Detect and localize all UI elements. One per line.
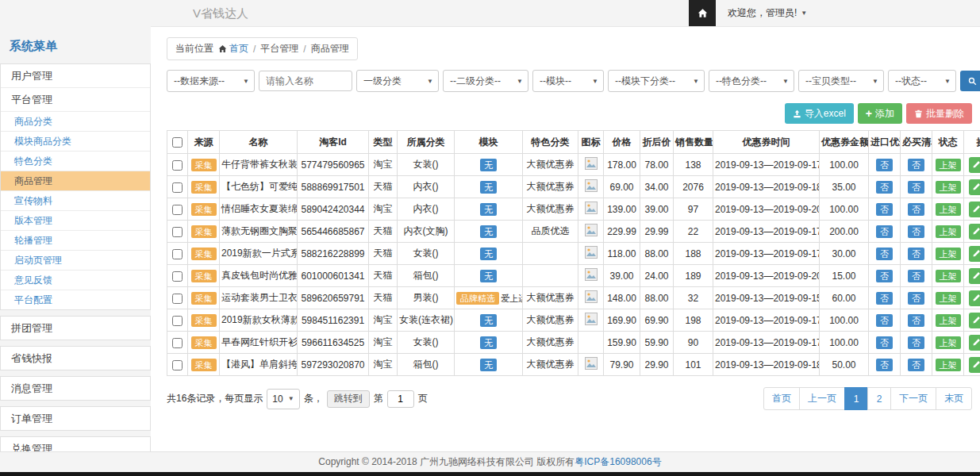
row-checkbox[interactable] xyxy=(172,249,183,259)
must-buy-badge[interactable]: 否 xyxy=(908,336,924,349)
edit-button[interactable] xyxy=(969,157,980,173)
status-badge[interactable]: 上架 xyxy=(936,336,961,349)
module-cell: 无 xyxy=(455,243,523,265)
edit-button[interactable] xyxy=(969,313,980,328)
page-button[interactable]: 上一页 xyxy=(799,387,845,410)
feature-category: 大额优惠券 xyxy=(523,154,578,176)
icp-link[interactable]: 粤ICP备16098006号 xyxy=(575,456,661,467)
add-button[interactable]: + 添加 xyxy=(858,103,902,124)
page-button[interactable]: 2 xyxy=(867,387,891,410)
page-button[interactable]: 1 xyxy=(844,387,868,410)
filter-select[interactable]: --宝贝类型--▼ xyxy=(798,70,884,92)
select-all-checkbox[interactable] xyxy=(172,137,183,148)
filter-select[interactable]: --数据来源--▼ xyxy=(167,70,255,92)
must-buy-badge[interactable]: 否 xyxy=(908,314,924,327)
row-checkbox[interactable] xyxy=(172,160,183,171)
image-icon xyxy=(585,246,598,259)
status-badge[interactable]: 上架 xyxy=(936,292,961,305)
filter-select[interactable]: --二级分类--▼ xyxy=(443,70,528,92)
filter-select[interactable]: --模块--▼ xyxy=(532,70,604,92)
user-menu[interactable]: 欢迎您，管理员! ▼ xyxy=(716,0,819,26)
sidebar-item[interactable]: 特色分类 xyxy=(1,151,150,171)
edit-button[interactable] xyxy=(969,246,980,262)
status-badge[interactable]: 上架 xyxy=(936,248,961,260)
status-badge[interactable]: 上架 xyxy=(936,203,961,216)
sidebar-item[interactable]: 版本管理 xyxy=(1,210,150,230)
row-checkbox[interactable] xyxy=(172,338,183,348)
must-buy-badge[interactable]: 否 xyxy=(908,270,924,282)
import-select-badge[interactable]: 否 xyxy=(876,270,893,282)
sidebar-item[interactable]: 用户管理 xyxy=(1,64,150,87)
sidebar-item[interactable]: 消息管理 xyxy=(1,377,150,400)
import-select-badge[interactable]: 否 xyxy=(876,159,893,171)
import-select-badge[interactable]: 否 xyxy=(876,336,893,349)
import-select-badge[interactable]: 否 xyxy=(876,359,893,371)
sidebar-item[interactable]: 平台管理 xyxy=(1,87,150,111)
status-badge[interactable]: 上架 xyxy=(936,225,961,238)
sidebar-item[interactable]: 订单管理 xyxy=(1,407,150,430)
edit-button[interactable] xyxy=(969,290,980,306)
row-checkbox[interactable] xyxy=(172,205,183,215)
status-badge[interactable]: 上架 xyxy=(936,359,961,371)
filter-select[interactable]: --状态--▼ xyxy=(888,70,956,92)
sidebar-item[interactable]: 意见反馈 xyxy=(1,270,150,290)
edit-button[interactable] xyxy=(969,224,980,240)
must-buy-badge[interactable]: 否 xyxy=(908,359,924,371)
sidebar-item[interactable]: 省钱快报 xyxy=(1,347,150,370)
sidebar-item[interactable]: 兑换管理 xyxy=(1,437,150,452)
product-type: 天猫 xyxy=(369,221,398,243)
edit-button[interactable] xyxy=(969,357,980,373)
sidebar-item[interactable]: 商品分类 xyxy=(1,111,150,131)
jump-button[interactable]: 跳转到 xyxy=(327,390,370,408)
import-excel-button[interactable]: 导入excel xyxy=(785,103,854,124)
page-button[interactable]: 末页 xyxy=(936,387,972,410)
edit-button[interactable] xyxy=(969,202,980,217)
import-select-badge[interactable]: 否 xyxy=(876,314,893,327)
sidebar-item[interactable]: 启动页管理 xyxy=(1,250,150,270)
sidebar-item[interactable]: 模块商品分类 xyxy=(1,131,150,151)
status-badge[interactable]: 上架 xyxy=(936,181,961,194)
must-buy-badge[interactable]: 否 xyxy=(908,203,924,216)
sidebar-item[interactable]: 平台配置 xyxy=(1,290,150,309)
edit-button[interactable] xyxy=(969,335,980,351)
filter-select[interactable]: 一级分类▼ xyxy=(356,70,439,92)
home-button[interactable] xyxy=(689,0,716,26)
edit-button[interactable] xyxy=(969,179,980,195)
status-badge[interactable]: 上架 xyxy=(936,270,961,282)
search-button[interactable]: 查询 xyxy=(960,71,980,91)
module-cell: 品牌精选爱上运动 xyxy=(455,287,523,309)
filter-select[interactable]: --特色分类--▼ xyxy=(709,70,794,92)
page-number-input[interactable] xyxy=(387,390,414,408)
status-badge[interactable]: 上架 xyxy=(936,314,961,327)
status-badge[interactable]: 上架 xyxy=(936,159,961,171)
coupon-amount: 100.00 xyxy=(820,309,869,332)
sidebar-item[interactable]: 拼团管理 xyxy=(1,317,150,340)
must-buy-badge[interactable]: 否 xyxy=(908,159,924,171)
sidebar-item[interactable]: 轮播管理 xyxy=(1,230,150,250)
breadcrumb-home-link[interactable]: 首页 xyxy=(218,42,248,56)
must-buy-badge[interactable]: 否 xyxy=(908,248,924,260)
sidebar-item[interactable]: 商品管理 xyxy=(1,171,150,190)
import-select-badge[interactable]: 否 xyxy=(876,248,893,260)
filter-select[interactable]: --模块下分类--▼ xyxy=(608,70,705,92)
page-button[interactable]: 下一页 xyxy=(890,387,936,410)
edit-button[interactable] xyxy=(969,268,980,284)
name-search-input[interactable] xyxy=(259,71,352,91)
row-checkbox[interactable] xyxy=(172,294,183,304)
import-select-badge[interactable]: 否 xyxy=(876,225,893,238)
row-checkbox[interactable] xyxy=(172,360,183,370)
sidebar-item[interactable]: 宣传物料 xyxy=(1,190,150,210)
must-buy-badge[interactable]: 否 xyxy=(908,292,924,305)
row-checkbox[interactable] xyxy=(172,227,183,237)
import-select-badge[interactable]: 否 xyxy=(876,292,893,305)
must-buy-badge[interactable]: 否 xyxy=(908,181,924,194)
batch-delete-button[interactable]: 批量删除 xyxy=(906,103,972,124)
per-page-select[interactable]: 10 ▼ xyxy=(267,389,299,409)
import-select-badge[interactable]: 否 xyxy=(876,181,893,194)
must-buy-badge[interactable]: 否 xyxy=(908,225,924,238)
import-select-badge[interactable]: 否 xyxy=(876,203,893,216)
row-checkbox[interactable] xyxy=(172,316,183,326)
page-button[interactable]: 首页 xyxy=(763,387,800,410)
row-checkbox[interactable] xyxy=(172,182,183,193)
row-checkbox[interactable] xyxy=(172,271,183,282)
